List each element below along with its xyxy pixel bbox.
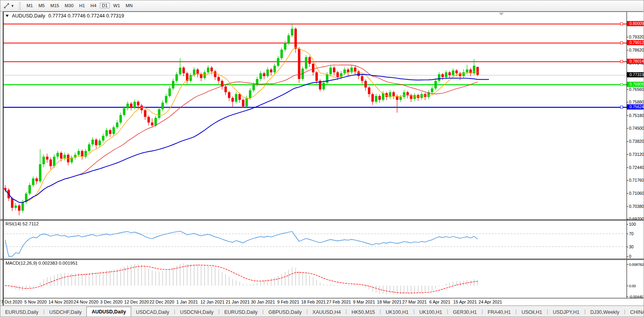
date-axis-label: 30 Jan 2021 (251, 300, 275, 304)
chart-tab-xauusd-h4[interactable]: XAUUSD,H4 (308, 308, 346, 317)
date-axis-label: 5 Nov 2020 (25, 300, 47, 304)
axis-tick-label: 0 (629, 254, 644, 259)
date-axis-label: 27 Oct 2020 (0, 300, 22, 304)
chart-tab-usdchf-daily[interactable]: USDCHF,Daily (44, 308, 86, 317)
axis-tick-label: 0.75180 (629, 113, 644, 118)
price-level-label-0.79012[interactable]: 0.79012 (627, 40, 644, 45)
axis-tick-label: 0.79320 (629, 35, 644, 39)
rsi-label: RSI(14) 52.7112 (6, 221, 39, 226)
date-axis-label: 12 Jan 2021 (201, 300, 225, 304)
date-axis: 27 Oct 20205 Nov 202014 Nov 202024 Nov 2… (3, 298, 643, 305)
rsi-axis-line (627, 221, 627, 259)
chart-tab-bar: EURUSD,Daily|USDCHF,DailyAUDUSD,DailyUSD… (0, 305, 644, 317)
rsi-canvas (4, 221, 627, 259)
chart-tab-usoil-h1[interactable]: USOil,H1 (517, 308, 547, 317)
chart-tab-audusd-daily[interactable]: AUDUSD,Daily (86, 307, 131, 317)
timeframe-buttons: M1M5M15M30H1H4D1W1MN (24, 2, 136, 10)
chart-legend: AUDUSD,Daily 0.77734 0.77746 0.77244 0.7… (6, 13, 124, 19)
timeframe-button-m30[interactable]: M30 (63, 3, 75, 8)
cursor-tool-icon[interactable] (2, 2, 11, 10)
timeframe-button-h4[interactable]: H4 (88, 3, 98, 8)
axis-tick-label: 0.78620 (629, 48, 644, 52)
chart-tab-fra40-h1[interactable]: FRA40,H1 (483, 308, 515, 317)
chart-tab-ger30-h1[interactable]: GER30,H1 (448, 308, 482, 317)
cursor-tool-dropdown-icon[interactable]: ▼ (11, 4, 14, 8)
date-axis-label: 3 Dec 2020 (100, 300, 122, 304)
price-level-label-0.78014[interactable]: 0.78014 (627, 59, 644, 64)
date-axis-label: 18 Feb 2021 (301, 300, 326, 304)
date-axis-label: 14 Nov 2020 (48, 300, 73, 304)
date-axis-label: 21 Jan 2021 (225, 300, 250, 304)
rsi-indicator-panel[interactable]: RSI(14) 52.7112 10070300 (3, 221, 643, 259)
axis-tick-label: 0.76560 (629, 87, 644, 92)
price-chart-panel[interactable]: AUDUSD,Daily 0.77734 0.77746 0.77244 0.7… (3, 12, 643, 219)
date-axis-label: 24 Nov 2020 (74, 300, 98, 304)
date-axis-label: 12 Dec 2020 (124, 300, 149, 304)
chart-tab-uk100-h1[interactable]: UK100,H1 (381, 308, 413, 317)
date-axis-label: 22 Dec 2020 (149, 300, 174, 304)
toolbar-grip[interactable] (19, 2, 21, 10)
chart-tab-usdcnh-daily[interactable]: USDCNH,Daily (175, 308, 218, 317)
chart-tab-eurusd-daily[interactable]: EURUSD,Daily (0, 308, 43, 317)
axis-tick-label: 30 (629, 245, 644, 249)
axis-tick-label: 0.70380 (629, 204, 644, 209)
chart-tab-dj30-weekly[interactable]: DJ30,Weekly (585, 308, 624, 317)
price-level-label-0.75624[interactable]: 0.75624 (627, 104, 644, 110)
date-axis-label: 27 Mar 2021 (402, 300, 427, 304)
date-axis-label: 9 Mar 2021 (353, 300, 375, 304)
timeframe-button-m5[interactable]: M5 (36, 3, 47, 8)
date-axis-label: 15 Apr 2021 (453, 300, 477, 304)
chart-tab-eurusd-daily[interactable]: EURUSD,Daily (220, 308, 262, 317)
date-axis-label: 27 Feb 2021 (327, 300, 351, 304)
chart-tab-usdjpy-h1[interactable]: USDJPY,H1 (548, 308, 584, 317)
price-level-label-0.76809[interactable]: 0.76809 (627, 82, 644, 87)
chart-tab-hk50-m15[interactable]: HK50,M15 (347, 308, 380, 317)
scroll-to-end-marker-icon[interactable] (499, 13, 504, 15)
macd-indicator-panel[interactable]: MACD(12,26,9) 0.002383 0.001951 0.008782… (3, 260, 643, 298)
date-axis-label: 1 Jan 2021 (176, 300, 198, 304)
axis-tick-label: 0.008782 (629, 262, 644, 267)
date-axis-label: 9 Feb 2021 (277, 300, 299, 304)
date-axis-label: 24 Apr 2021 (479, 300, 502, 304)
candlestick-chart-canvas[interactable] (4, 12, 627, 219)
timeframe-toolbar: ▼ M1M5M15M30H1H4D1W1MN (0, 0, 644, 12)
timeframe-button-m1[interactable]: M1 (25, 3, 35, 8)
chart-tab-uk100-h1[interactable]: UK100,H1 (415, 308, 447, 317)
axis-tick-label: 0.74500 (629, 126, 644, 131)
timeframe-button-h1[interactable]: H1 (77, 3, 87, 8)
macd-canvas (4, 260, 627, 298)
axis-tick-label: 0.71060 (629, 191, 644, 196)
date-axis-label: 18 Mar 2021 (377, 300, 401, 304)
axis-tick-label: 0.72440 (629, 165, 644, 170)
chart-menu-icon[interactable] (6, 15, 9, 17)
axis-tick-label: 70 (629, 232, 644, 236)
timeframe-button-d1[interactable]: D1 (100, 3, 110, 8)
chart-tab-usdcad-daily[interactable]: USDCAD,Daily (131, 308, 174, 317)
timeframe-button-m15[interactable]: M15 (48, 3, 61, 8)
trading-platform-window: ▼ M1M5M15M30H1H4D1W1MN AUDUSD,Daily 0.77… (0, 0, 644, 317)
price-level-label-0.77319[interactable]: 0.77319 (627, 72, 644, 77)
axis-tick-label: 0.00 (629, 284, 644, 288)
chart-tab-china300-h1[interactable]: CHINA300,H1 (625, 308, 644, 317)
timeframe-button-mn[interactable]: MN (124, 3, 135, 8)
timeframe-button-w1[interactable]: W1 (111, 3, 122, 8)
chart-tab-gbpusd-daily[interactable]: GBPUSD,Daily (264, 308, 306, 317)
axis-tick-label: 0.71760 (629, 178, 644, 183)
macd-label: MACD(12,26,9) 0.002383 0.001951 (6, 261, 78, 265)
date-axis-label: 6 Apr 2021 (429, 300, 450, 304)
axis-tick-label: 100 (629, 222, 644, 227)
chart-symbol-label: AUDUSD,Daily (12, 13, 45, 19)
axis-tick-label: 0.73120 (629, 152, 644, 157)
chart-ohlc-values: 0.77734 0.77746 0.77244 0.77319 (48, 13, 124, 19)
macd-axis-line (627, 260, 627, 298)
axis-tick-label: 0.73820 (629, 139, 644, 144)
price-level-label-0.80009[interactable]: 0.80009 (627, 21, 644, 26)
